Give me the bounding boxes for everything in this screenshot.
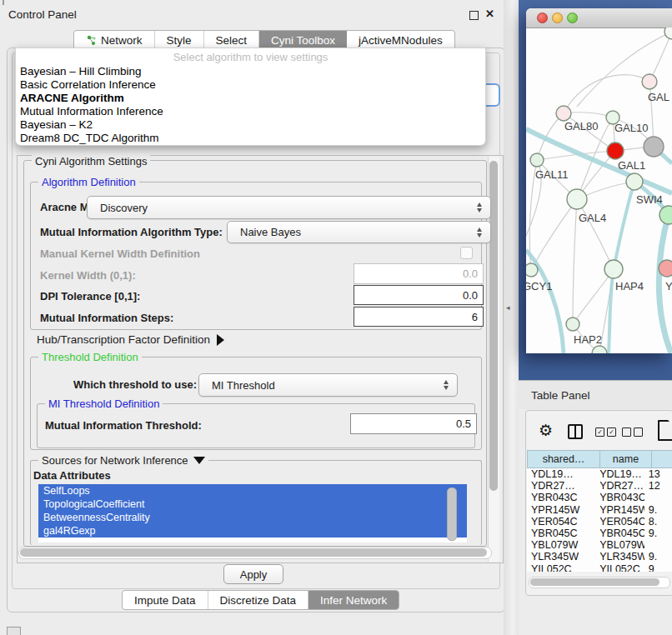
network-view-window[interactable]: GALGAL80GAL10GAL11GAL1SWI4GAL4GCY1HAP4YH…	[526, 8, 672, 353]
checked-box-icon[interactable]: ✓	[595, 428, 604, 437]
combobox-arrows-icon	[444, 380, 449, 390]
kernel-width-label: Kernel Width (0,1):	[40, 269, 136, 282]
table-cell: 9.	[644, 504, 672, 516]
table-cell	[644, 539, 672, 551]
network-node-gal1[interactable]	[607, 142, 624, 159]
dpi-tolerance-input[interactable]: 0.0	[354, 285, 484, 305]
network-node[interactable]	[664, 28, 672, 39]
attribute-item[interactable]: SelfLoops	[38, 484, 467, 498]
column-header[interactable]	[651, 450, 672, 468]
node-label: GAL10	[614, 122, 648, 134]
mi-threshold-input[interactable]: 0.5	[350, 413, 477, 434]
tab-label: Select	[216, 34, 248, 47]
network-edge[interactable]	[577, 199, 614, 269]
data-attributes-list: SelfLoopsTopologicalCoefficientBetweenne…	[38, 484, 467, 542]
attribute-item[interactable]: TopologicalCoefficient	[38, 498, 467, 511]
which-threshold-value: MI Threshold	[212, 379, 275, 392]
table-row[interactable]: YBR045CYBR045C9.	[527, 528, 672, 539]
network-node[interactable]	[592, 346, 607, 353]
network-node-y[interactable]	[659, 260, 672, 277]
algorithm-option[interactable]: Basic Correlation Inference	[16, 78, 485, 92]
aracne-mode-value: Discovery	[100, 202, 148, 214]
aracne-mode-combobox[interactable]: Discovery	[87, 196, 491, 219]
attribute-item[interactable]: gal4RGexp	[38, 524, 467, 538]
mi-type-combobox[interactable]: Naive Bayes	[227, 221, 491, 243]
attributes-scrollbar-thumb[interactable]	[447, 488, 457, 541]
which-threshold-combobox[interactable]: MI Threshold	[198, 373, 458, 397]
network-icon	[86, 35, 97, 46]
zoom-traffic-light-icon[interactable]	[567, 12, 578, 23]
close-icon[interactable]: ✕	[485, 8, 494, 20]
table-cell: 9.	[644, 551, 672, 562]
tab-label: Style	[167, 34, 192, 47]
tab-infer-network[interactable]: Infer Network	[308, 591, 399, 609]
unchecked-box-icon[interactable]	[622, 428, 631, 437]
table-row[interactable]: YPR145WYPR145W9.	[527, 504, 672, 516]
network-node-gal4[interactable]	[567, 189, 587, 209]
table-cell: YDL19…	[527, 468, 595, 480]
node-label: GCY1	[526, 280, 552, 292]
network-node-gcy1[interactable]	[526, 263, 538, 277]
mi-steps-input[interactable]: 6	[354, 307, 484, 327]
screen: Control Panel ✕ Network Style Select Cyn…	[0, 0, 672, 635]
sources-title[interactable]: Sources for Network Inference	[38, 454, 208, 467]
panel-divider[interactable]	[504, 0, 519, 635]
table-cell: YIL052C	[595, 563, 644, 572]
network-node-swi4[interactable]	[626, 173, 643, 190]
algorithm-option[interactable]: Dream8 DC_TDC Algorithm	[16, 132, 485, 145]
table-row[interactable]: YER054CYER054C8.	[527, 516, 672, 528]
network-edge[interactable]	[573, 269, 614, 324]
minimize-traffic-light-icon[interactable]	[552, 12, 563, 23]
mi-steps-label: Mutual Information Steps:	[40, 312, 173, 324]
network-node[interactable]	[644, 137, 664, 157]
tab-discretize-data[interactable]: Discretize Data	[208, 591, 309, 609]
tab-impute-data[interactable]: Impute Data	[123, 591, 208, 609]
checked-box-icon[interactable]: ✓	[607, 428, 616, 437]
algorithm-option[interactable]: Bayesian – Hill Climbing	[16, 65, 485, 78]
network-edge[interactable]	[531, 199, 577, 270]
algorithm-option[interactable]: Bayesian – K2	[16, 118, 485, 132]
algorithm-option[interactable]: ARACNE Algorithm	[16, 92, 485, 105]
network-node-hap2[interactable]	[566, 318, 579, 331]
tab-label: Impute Data	[134, 594, 196, 607]
network-node-hap4[interactable]	[604, 260, 623, 278]
table-cell: 9	[644, 563, 672, 572]
table-row[interactable]: YIL052CYIL052C9	[527, 563, 672, 572]
network-node-gal[interactable]	[642, 74, 657, 89]
hub-definition-toggle[interactable]: Hub/Transcription Factor Definition	[37, 333, 224, 346]
bottom-tabs: Impute Data Discretize Data Infer Networ…	[122, 590, 399, 610]
split-columns-icon[interactable]	[568, 424, 583, 439]
settings-hscrollbar-thumb[interactable]	[20, 548, 487, 557]
network-node-gal80[interactable]	[556, 106, 571, 121]
table-row[interactable]: YDR27…YDR27…12	[527, 480, 672, 492]
table-row[interactable]: YLR345WYLR345W9.	[527, 551, 672, 562]
table-row[interactable]: YBL079WYBL079W	[527, 539, 672, 551]
table-cell: 9.	[644, 528, 672, 539]
collapsed-panel-icon[interactable]	[7, 627, 21, 635]
network-edge[interactable]	[649, 32, 672, 82]
close-traffic-light-icon[interactable]	[537, 12, 548, 23]
table-row[interactable]: YDL19…YDL19…13	[527, 468, 672, 480]
document-icon[interactable]	[658, 420, 672, 441]
float-window-icon[interactable]	[469, 11, 479, 20]
gear-icon[interactable]: ⚙	[539, 421, 553, 440]
table-cell: YBR043C	[527, 492, 595, 503]
network-node-gal11[interactable]	[530, 153, 544, 167]
network-window-titlebar[interactable]	[526, 8, 672, 28]
algorithm-option[interactable]: Mutual Information Inference	[16, 105, 485, 118]
table-hscrollbar-thumb[interactable]	[530, 578, 659, 586]
manual-kernel-checkbox[interactable]	[460, 247, 473, 259]
column-header[interactable]: name	[599, 450, 651, 468]
table-cell: 13	[644, 468, 672, 480]
splitter-handle-icon[interactable]: ◂	[506, 303, 510, 312]
kernel-width-input[interactable]: 0.0	[354, 263, 484, 284]
network-edge[interactable]	[573, 199, 577, 324]
network-edge[interactable]	[564, 75, 649, 113]
network-graph[interactable]: GALGAL80GAL10GAL11GAL1SWI4GAL4GCY1HAP4YH…	[526, 28, 672, 353]
apply-button[interactable]: Apply	[223, 564, 283, 584]
attribute-item[interactable]: BetweennessCentrality	[38, 511, 467, 524]
network-node[interactable]	[659, 206, 672, 224]
unchecked-box-icon[interactable]	[634, 428, 643, 437]
table-row[interactable]: YBR043CYBR043C	[527, 492, 672, 503]
column-header[interactable]: shared…	[527, 450, 599, 468]
